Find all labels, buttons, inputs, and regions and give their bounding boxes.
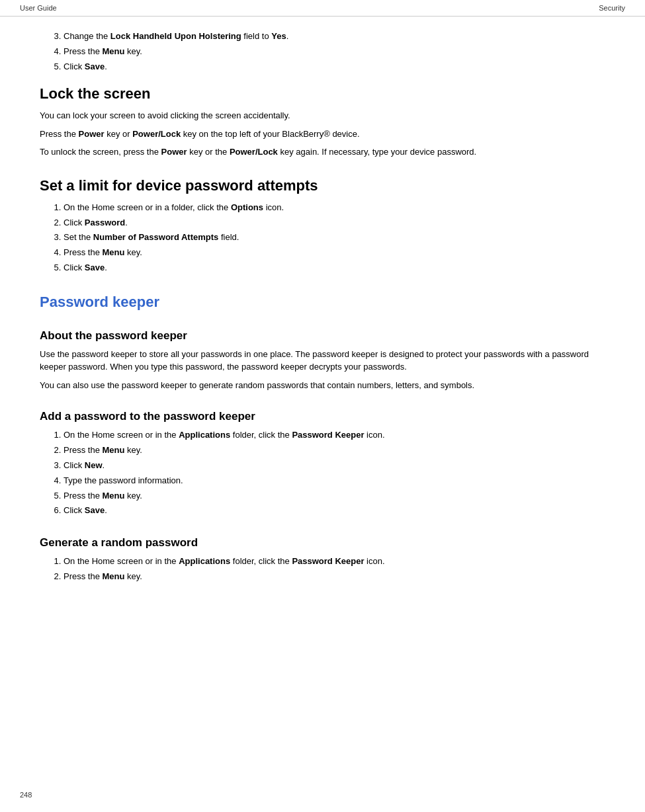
header-right: Security: [599, 4, 625, 12]
generate-password-list: On the Home screen or in the Application…: [64, 555, 605, 584]
save-bold-2: Save: [85, 505, 105, 515]
about-password-keeper-heading: About the password keeper: [40, 329, 605, 343]
options-bold: Options: [231, 202, 263, 212]
set-limit-section: Set a limit for device password attempts…: [40, 177, 605, 275]
add-password-list: On the Home screen or in the Application…: [64, 428, 605, 518]
lock-screen-para2: Press the Power key or Power/Lock key on…: [40, 128, 605, 141]
add-password-step-3: Click New.: [64, 459, 605, 473]
add-password-step-1: On the Home screen or in the Application…: [64, 428, 605, 442]
set-limit-list: On the Home screen or in a folder, click…: [64, 201, 605, 275]
add-password-step-2: Press the Menu key.: [64, 444, 605, 458]
set-limit-step-3: Set the Number of Password Attempts fiel…: [64, 231, 605, 245]
power-lock-bold1: Power/Lock: [132, 129, 181, 139]
lock-screen-para3: To unlock the screen, press the Power ke…: [40, 145, 605, 159]
power-key-bold2: Power: [161, 147, 187, 157]
generate-password-heading: Generate a random password: [40, 536, 605, 549]
intro-step5-bold: Save: [85, 61, 105, 71]
number-attempts-bold: Number of Password Attempts: [93, 232, 219, 242]
set-limit-step-4: Press the Menu key.: [64, 246, 605, 260]
add-password-step-4: Type the password information.: [64, 474, 605, 488]
page-content: Change the Lock Handheld Upon Holstering…: [0, 17, 645, 629]
password-bold: Password: [85, 218, 125, 227]
page-number: 248: [20, 791, 32, 799]
generate-password-step-2: Press the Menu key.: [64, 570, 605, 584]
add-password-step-5: Press the Menu key.: [64, 489, 605, 503]
power-key-bold1: Power: [79, 129, 105, 139]
intro-step3-value: Yes: [271, 31, 286, 41]
applications-bold-1: Applications: [179, 430, 230, 440]
save-bold-1: Save: [85, 263, 105, 272]
header-left: User Guide: [20, 4, 57, 12]
add-password-step-6: Click Save.: [64, 504, 605, 518]
menu-bold-4: Menu: [103, 571, 125, 581]
intro-step3-bold: Lock Handheld Upon Holstering: [110, 31, 241, 41]
page-header: User Guide Security: [0, 0, 645, 17]
set-limit-heading: Set a limit for device password attempts: [40, 177, 605, 194]
set-limit-step-2: Click Password.: [64, 216, 605, 230]
add-password-section: Add a password to the password keeper On…: [40, 410, 605, 518]
password-keeper-heading: Password keeper: [40, 294, 605, 311]
password-keeper-section: Password keeper: [40, 294, 605, 311]
password-keeper-bold-1: Password Keeper: [292, 430, 364, 440]
page-footer: 248: [20, 791, 32, 799]
intro-steps: Change the Lock Handheld Upon Holstering…: [40, 30, 605, 73]
lock-screen-heading: Lock the screen: [40, 85, 605, 102]
menu-bold-1: Menu: [103, 247, 125, 257]
lock-screen-section: Lock the screen You can lock your screen…: [40, 85, 605, 159]
menu-bold-3: Menu: [103, 491, 125, 501]
intro-ordered-list: Change the Lock Handheld Upon Holstering…: [64, 30, 605, 73]
set-limit-step-1: On the Home screen or in a folder, click…: [64, 201, 605, 215]
applications-bold-2: Applications: [179, 556, 230, 566]
lock-screen-para1: You can lock your screen to avoid clicki…: [40, 109, 605, 122]
about-password-keeper-para1: Use the password keeper to store all you…: [40, 348, 605, 374]
password-keeper-bold-2: Password Keeper: [292, 556, 364, 566]
set-limit-step-5: Click Save.: [64, 261, 605, 275]
power-lock-bold2: Power/Lock: [230, 147, 278, 157]
menu-bold-2: Menu: [103, 445, 125, 455]
intro-step-3: Change the Lock Handheld Upon Holstering…: [64, 30, 605, 44]
new-bold: New: [85, 460, 103, 470]
about-password-keeper-para2: You can also use the password keeper to …: [40, 379, 605, 392]
about-password-keeper-section: About the password keeper Use the passwo…: [40, 329, 605, 392]
intro-step4-bold: Menu: [103, 46, 125, 56]
generate-password-step-1: On the Home screen or in the Application…: [64, 555, 605, 569]
add-password-heading: Add a password to the password keeper: [40, 410, 605, 423]
intro-step-5: Click Save.: [64, 60, 605, 74]
intro-step-4: Press the Menu key.: [64, 45, 605, 59]
generate-password-section: Generate a random password On the Home s…: [40, 536, 605, 584]
